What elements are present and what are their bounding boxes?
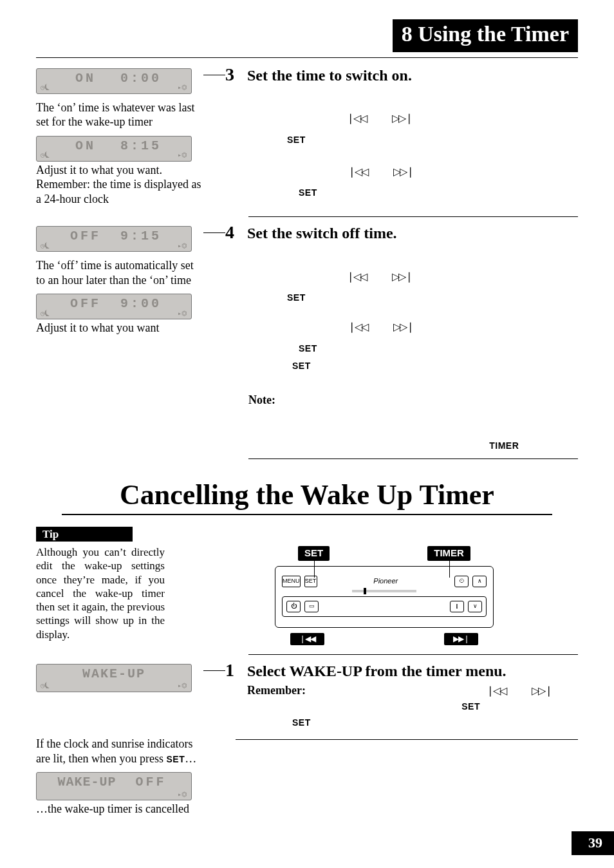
tip-body: Although you can’t directly edit the wak… (36, 545, 165, 641)
callout-timer: TIMER (427, 546, 470, 561)
chapter-badge: 8 Using the Timer (393, 19, 578, 52)
rule-cancel-bottom (236, 739, 578, 740)
step-3-body: Use the ❘◁◁ ▷▷❘ buttons to change the ho… (247, 104, 578, 199)
connector-line (203, 232, 221, 233)
prev-icon: ❘◁◁ (348, 165, 367, 178)
step-4-body: Use the ❘◁◁ ▷▷❘ buttons to change the ho… (247, 262, 578, 372)
section-title-cancelling: Cancelling the Wake Up Timer (62, 477, 552, 515)
connector-line (203, 670, 221, 671)
remote-btn-disp: ▭ (304, 601, 319, 612)
remote-btn-power: ⏻ (286, 601, 301, 612)
next-icon: ▷▷❘ (532, 685, 552, 696)
lcd-on-default: ON0:00 ◷⏾▸⏣ (36, 68, 192, 94)
rule-cancel-top (248, 654, 578, 655)
lcd-off-default: OFF9:15 ◷⏾▸⏣ (36, 226, 192, 252)
set-label: SET (287, 135, 306, 145)
lcd-on-set: ON8:15 ◷⏾▸⏣ (36, 136, 192, 162)
caption-wakeup-off: …the wake-up timer is cancelled (36, 802, 203, 816)
prev-icon: ❘◁◁ (348, 321, 367, 334)
lcd-off-set: OFF9:00 ◷⏾▸⏣ (36, 294, 192, 319)
callout-set: SET (298, 546, 330, 561)
set-label: SET (461, 701, 480, 712)
prev-icon: ❘◁◁ (486, 685, 506, 696)
note-title: Note: (248, 393, 275, 406)
caption-on-set: Adjust it to what you want. Remember: th… (36, 163, 203, 207)
remote-diagram: SET TIMER MENU SET Pioneer ⏲ ∧ (275, 546, 494, 645)
prev-icon: ❘◁◁ (346, 270, 366, 283)
remote-brand: Pioneer (373, 577, 398, 586)
remote-seek-prev: ❘◀◀ (290, 633, 324, 645)
cancel-step-1-title: Select WAKE-UP from the timer menu. (247, 661, 578, 681)
next-icon: ▷▷❘ (392, 270, 412, 283)
tape-icon: ▸⏣ (178, 84, 187, 93)
next-icon: ▷▷❘ (393, 165, 413, 178)
lcd-wakeup-off: WAKE-UPOFF ▸⏣ (36, 772, 192, 800)
note-block: Note: Unlike the wake-up timer, the reco… (248, 393, 578, 452)
connector-line (203, 75, 221, 75)
caption-on-default: The ‘on’ time is whatever was last set f… (36, 100, 203, 129)
remember-label: Remember: (247, 684, 306, 697)
next-icon: ▷▷❘ (393, 321, 413, 334)
rule-top (36, 57, 578, 58)
step-3-title: Set the time to switch on. (247, 66, 578, 85)
caption-off-default: The ‘off’ time is automatically set to a… (36, 258, 203, 287)
remote-btn-set: SET (304, 576, 317, 587)
remote-btn-timer: ⏲ (454, 576, 469, 587)
remote-btn-down: ∨ (468, 601, 482, 612)
tip-badge: Tip (36, 527, 133, 542)
rule-note-end (248, 458, 578, 459)
remote-btn-up: ∧ (472, 576, 487, 587)
remote-btn-vol: ⫿ (450, 601, 464, 612)
tip-box: Tip Although you can’t directly edit the… (36, 527, 165, 641)
remote-slider (352, 590, 416, 592)
remote-btn: MENU (282, 576, 301, 587)
page-number: 39 (572, 831, 614, 856)
remote-seek-next: ▶▶❘ (444, 633, 478, 645)
step-4-title: Set the switch off time. (247, 223, 578, 243)
caption-off-set: Adjust it to what you want (36, 321, 203, 335)
rule-step-divider (248, 216, 578, 217)
next-icon: ▷▷❘ (392, 112, 412, 125)
timer-label: TIMER (489, 440, 519, 451)
prev-icon: ❘◁◁ (346, 112, 366, 125)
lcd-wakeup: WAKE-UP ◷⏾▸⏣ (36, 664, 192, 692)
caption-wakeup: If the clock and sunrise indicators are … (36, 737, 203, 766)
clock-icon: ◷⏾ (41, 84, 51, 93)
cancel-step-1-body: Remember: to access the timer menu, use … (247, 683, 578, 730)
